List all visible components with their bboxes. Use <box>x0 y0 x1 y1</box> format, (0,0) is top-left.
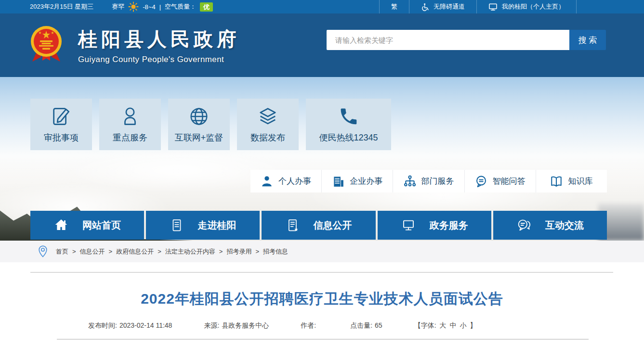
search-box: 搜 索 <box>327 30 606 50</box>
nav-government-services[interactable]: 政务服务 <box>378 211 491 240</box>
author: 作者: <box>301 321 318 330</box>
globe-icon <box>188 105 210 128</box>
person-icon <box>261 175 273 188</box>
site-name: 桂阳县人民政府 <box>78 26 240 52</box>
author-label: 作者: <box>301 321 316 330</box>
nav-interaction[interactable]: 互动交流 <box>493 211 607 240</box>
document-star-icon <box>286 218 300 233</box>
card-label: 审批事项 <box>44 132 79 143</box>
national-emblem-logo <box>30 25 63 65</box>
article-title: 2022年桂阳县公开招聘医疗卫生专业技术人员面试公告 <box>0 289 644 309</box>
nav-about-guiyang[interactable]: 走进桂阳 <box>146 211 260 240</box>
card-label: 重点服务 <box>113 132 147 143</box>
traditional-chinese-label: 繁 <box>391 2 397 11</box>
font-size-large-button[interactable]: 大 <box>440 321 447 330</box>
nav-label: 网站首页 <box>82 219 121 232</box>
weather-divider: | <box>159 3 161 11</box>
font-size-small-button[interactable]: 小 <box>460 321 467 330</box>
source-value: 县政务服务中心 <box>222 321 269 330</box>
hero-banner: 审批事项 重点服务 <box>0 77 644 241</box>
nav-home[interactable]: 网站首页 <box>30 211 144 240</box>
breadcrumb-recruitment-info: 招考信息 <box>263 247 288 256</box>
phone-icon <box>338 105 360 128</box>
building-icon <box>332 175 344 188</box>
monitor-small-icon <box>488 3 498 11</box>
temperature-text: -8~4 <box>143 3 155 11</box>
service-label: 个人办事 <box>278 176 311 187</box>
card-key-services[interactable]: 重点服务 <box>99 99 161 150</box>
breadcrumb-recruitment[interactable]: 招考录用 <box>226 247 251 256</box>
chat-icon <box>516 218 532 233</box>
hit-count-value: 65 <box>375 321 382 330</box>
site-name-en: Guiyang County People's Government <box>78 55 240 64</box>
font-size-medium-button[interactable]: 中 <box>450 321 457 330</box>
weather-city: 赛罕 <box>112 2 124 11</box>
service-smart-qa[interactable]: 智能问答 <box>464 170 536 192</box>
org-chart-icon <box>404 175 416 188</box>
wheelchair-icon <box>421 3 429 11</box>
site-brand[interactable]: 桂阳县人民政府 Guiyang County People's Governme… <box>30 25 240 65</box>
service-enterprise-affairs[interactable]: 企业办事 <box>321 170 393 192</box>
card-approval-items[interactable]: 审批事项 <box>30 99 92 150</box>
service-personal-affairs[interactable]: 个人办事 <box>250 170 321 192</box>
service-bar: 个人办事 企业办事 <box>250 170 607 192</box>
weather-widget: 赛罕 -8~4 | 空气质量： 优 <box>112 1 213 12</box>
breadcrumb-separator: > <box>255 248 259 255</box>
accessibility-link[interactable]: 无障碍通道 <box>409 0 476 13</box>
service-department-services[interactable]: 部门服务 <box>393 170 464 192</box>
breadcrumb-statutory-content[interactable]: 法定主动公开内容 <box>165 247 215 256</box>
nav-information-disclosure[interactable]: 信息公开 <box>262 211 375 240</box>
nav-label: 走进桂阳 <box>197 219 236 232</box>
monitor-icon <box>401 218 416 233</box>
nav-label: 互动交流 <box>545 219 584 232</box>
search-input[interactable] <box>327 30 569 50</box>
publish-time: 发布时间: 2023-02-14 11:48 <box>88 321 172 330</box>
topbar: 2023年2月15日 星期三 赛罕 -8~4 | <box>0 0 644 13</box>
publish-time-label: 发布时间: <box>88 321 117 330</box>
home-icon <box>53 218 69 233</box>
service-label: 企业办事 <box>350 176 382 187</box>
site-titles: 桂阳县人民政府 Guiyang County People's Governme… <box>78 26 240 64</box>
breadcrumb-info-disclosure[interactable]: 信息公开 <box>80 247 105 256</box>
divider-line <box>57 339 589 340</box>
topbar-links: 繁 无障碍通道 <box>379 0 577 13</box>
card-hotline-12345[interactable]: 便民热线12345 <box>306 99 391 150</box>
sun-icon <box>128 1 139 12</box>
source: 来源: 县政务服务中心 <box>204 321 269 330</box>
breadcrumb-separator: > <box>158 248 161 255</box>
edit-icon <box>50 105 72 128</box>
layers-icon <box>257 105 279 128</box>
divider-line <box>30 272 613 273</box>
card-label: 便民热线12345 <box>319 132 378 143</box>
publish-time-value: 2023-02-14 11:48 <box>119 321 172 330</box>
service-label: 知识库 <box>568 176 592 187</box>
search-button[interactable]: 搜 索 <box>569 30 606 50</box>
hit-count: 点击量: 65 <box>350 321 382 330</box>
breadcrumb-separator: > <box>72 248 76 255</box>
my-portal-link[interactable]: 我的桂阳（个人主页） <box>476 0 576 13</box>
source-label: 来源: <box>204 321 219 330</box>
air-quality-label: 空气质量： <box>165 2 196 11</box>
breadcrumb-gov-info[interactable]: 政府信息公开 <box>116 247 154 256</box>
font-size-widget: 【字体: 大 中 小 】 <box>414 321 477 330</box>
card-data-release[interactable]: 数据发布 <box>237 99 299 150</box>
breadcrumb-separator: > <box>109 248 113 255</box>
document-icon <box>170 218 184 233</box>
card-internet-supervision[interactable]: 互联网+监督 <box>168 99 230 150</box>
nav-label: 信息公开 <box>314 219 352 232</box>
service-knowledge-base[interactable]: 知识库 <box>536 170 607 192</box>
font-size-prefix: 【字体: <box>414 321 436 330</box>
topbar-left: 2023年2月15日 星期三 赛罕 -8~4 | <box>30 0 213 13</box>
breadcrumb-separator: > <box>219 248 223 255</box>
user-outline-icon <box>119 105 141 128</box>
card-label: 数据发布 <box>250 132 285 143</box>
air-quality-badge[interactable]: 优 <box>200 2 213 12</box>
article-content: 2022年桂阳县公开招聘医疗卫生专业技术人员面试公告 发布时间: 2023-02… <box>0 272 644 340</box>
traditional-chinese-link[interactable]: 繁 <box>379 0 409 13</box>
service-label: 部门服务 <box>421 176 454 187</box>
article-meta: 发布时间: 2023-02-14 11:48 来源: 县政务服务中心 作者: 点… <box>88 321 644 330</box>
service-label: 智能问答 <box>493 176 526 187</box>
card-label: 互联网+监督 <box>175 132 223 143</box>
accessibility-label: 无障碍通道 <box>434 2 465 11</box>
breadcrumb-home[interactable]: 首页 <box>56 247 68 256</box>
